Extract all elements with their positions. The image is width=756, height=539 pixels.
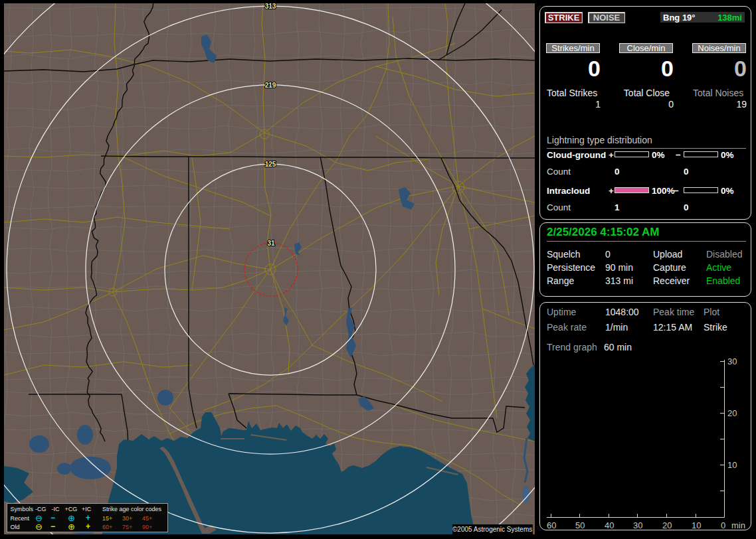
svg-text:313: 313	[265, 3, 276, 10]
svg-text:30: 30	[727, 356, 737, 366]
svg-text:30: 30	[633, 520, 642, 530]
svg-text:50: 50	[575, 520, 585, 530]
svg-text:60: 60	[547, 520, 556, 530]
svg-text:20: 20	[662, 520, 672, 530]
svg-text:10: 10	[727, 460, 737, 470]
svg-text:20: 20	[727, 408, 737, 418]
svg-text:40: 40	[605, 520, 614, 530]
svg-text:219: 219	[265, 82, 276, 89]
svg-text:min: min	[731, 520, 745, 530]
svg-text:10: 10	[692, 520, 701, 530]
svg-text:0: 0	[721, 520, 725, 530]
svg-text:31: 31	[267, 240, 275, 247]
svg-text:125: 125	[265, 161, 276, 168]
